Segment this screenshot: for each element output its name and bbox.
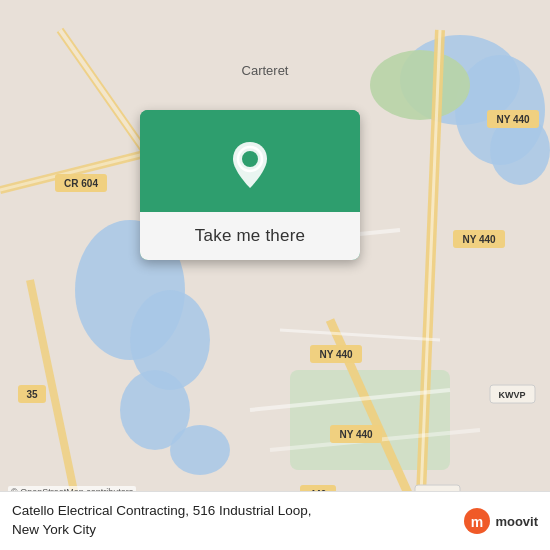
svg-text:Carteret: Carteret — [242, 63, 289, 78]
svg-text:NY 440: NY 440 — [462, 234, 496, 245]
svg-text:m: m — [471, 514, 483, 530]
map-pin-icon — [223, 138, 277, 192]
moovit-logo: m moovit — [463, 507, 538, 535]
svg-text:NY 440: NY 440 — [496, 114, 530, 125]
svg-text:KWVP: KWVP — [499, 390, 526, 400]
svg-text:NY 440: NY 440 — [319, 349, 353, 360]
card-icon-area — [140, 110, 360, 212]
take-me-there-button[interactable]: Take me there — [140, 212, 360, 260]
svg-text:NY 440: NY 440 — [339, 429, 373, 440]
svg-point-42 — [242, 151, 258, 167]
map-container: CR 604 NY 440 NY 440 NY 440 NY 440 440 K… — [0, 0, 550, 550]
moovit-icon: m — [463, 507, 491, 535]
moovit-text: moovit — [495, 514, 538, 529]
bottom-bar: Catello Electrical Contracting, 516 Indu… — [0, 491, 550, 550]
location-info: Catello Electrical Contracting, 516 Indu… — [12, 502, 463, 540]
svg-text:CR 604: CR 604 — [64, 178, 98, 189]
svg-point-8 — [370, 50, 470, 120]
location-card: Take me there — [140, 110, 360, 260]
svg-point-4 — [170, 425, 230, 475]
svg-text:35: 35 — [26, 389, 38, 400]
location-title: Catello Electrical Contracting, 516 Indu… — [12, 502, 463, 540]
map-svg: CR 604 NY 440 NY 440 NY 440 NY 440 440 K… — [0, 0, 550, 550]
